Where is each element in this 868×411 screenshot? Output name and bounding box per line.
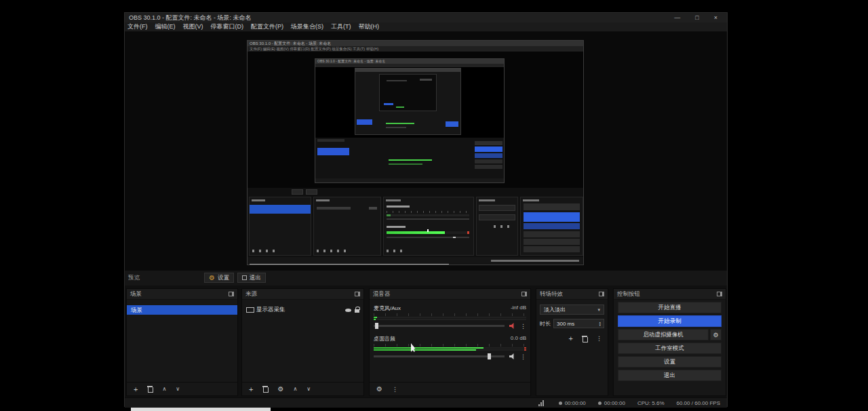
duration-label: 时长 <box>540 320 551 328</box>
mirror-artifact <box>446 121 458 127</box>
mirror-artifact <box>475 159 502 163</box>
mirror-artifact: OBS 30.1.0 - 配置文件: 未命名 - 场景: 未命名 <box>315 59 504 64</box>
add-source-icon[interactable] <box>249 385 253 393</box>
mixer-settings-gear-icon[interactable] <box>376 385 382 393</box>
source-properties-gear-icon[interactable] <box>277 385 283 393</box>
quick-exit-button[interactable]: 退出 <box>237 273 266 283</box>
mirror-l4-window <box>379 74 437 111</box>
channel-level: -inf dB <box>511 305 526 312</box>
slider-handle[interactable] <box>488 353 491 359</box>
add-scene-icon[interactable] <box>134 385 138 393</box>
mirror-l2-window: OBS 30.1.0 - 配置文件: 未命名 - 场景: 未命名 <box>315 58 505 183</box>
spinner-arrows-icon[interactable]: ▴▾ <box>599 321 601 326</box>
meter-fill <box>374 347 484 349</box>
mirror-artifact <box>387 237 469 238</box>
virtual-camera-gear-icon[interactable]: ⚙ <box>710 329 722 340</box>
dock-options-icon[interactable] <box>355 292 360 296</box>
sources-dock-header[interactable]: 来源 <box>242 289 363 300</box>
window-controls: — □ × <box>674 13 723 22</box>
remove-transition-icon[interactable] <box>582 336 587 342</box>
mirror-artifact <box>524 223 580 229</box>
volume-slider[interactable] <box>374 325 505 327</box>
mirror-artifact <box>292 189 303 195</box>
remove-scene-icon[interactable] <box>147 386 153 392</box>
move-source-up-icon[interactable] <box>293 386 297 392</box>
menu-help[interactable]: 帮助(H) <box>359 22 380 31</box>
volume-slider-row <box>374 323 526 329</box>
mirror-artifact <box>475 165 502 169</box>
menu-docks[interactable]: 停靠窗口(D) <box>211 22 244 31</box>
duration-spinner[interactable]: 300 ms ▴▾ <box>553 319 604 328</box>
lock-icon[interactable] <box>355 309 359 313</box>
mixer-dock-header[interactable]: 混音器 <box>370 289 530 300</box>
taskbar-peek[interactable] <box>131 408 271 411</box>
mirror-statusbar <box>248 257 583 264</box>
dock-options-icon[interactable] <box>599 292 604 296</box>
meter-fill <box>374 319 376 320</box>
quick-settings-button[interactable]: 设置 <box>204 273 234 283</box>
window-titlebar[interactable]: OBS 30.1.0 - 配置文件: 未命名 - 场景: 未命名 — □ × <box>125 13 727 22</box>
mirror-transitions-dock <box>476 197 518 256</box>
minimize-icon[interactable]: — <box>674 13 680 22</box>
remove-source-icon[interactable] <box>262 386 268 392</box>
mirror-controls-dock <box>520 197 583 256</box>
start-recording-button[interactable]: 开始录制 <box>618 315 722 327</box>
mirror-artifact <box>387 226 406 228</box>
transition-select[interactable]: 淡入淡出 ▾ <box>540 305 604 315</box>
scenes-dock-header[interactable]: 场景 <box>127 289 237 300</box>
mute-speaker-icon[interactable] <box>509 323 515 329</box>
mirror-artifact <box>524 239 580 245</box>
dock-options-icon[interactable] <box>229 292 234 296</box>
volume-slider[interactable] <box>374 355 505 357</box>
mixer-options-kebab-icon[interactable] <box>392 386 398 393</box>
stream-status-dot-icon <box>559 402 562 405</box>
menu-edit[interactable]: 编辑(E) <box>155 22 176 31</box>
gear-icon <box>209 274 215 281</box>
close-icon[interactable]: × <box>714 13 717 22</box>
add-transition-icon[interactable] <box>569 334 573 342</box>
mirror-artifact <box>523 199 539 201</box>
volume-meter <box>374 319 526 320</box>
transitions-dock-header[interactable]: 转场特效 <box>536 289 608 300</box>
mirror-artifact <box>317 139 344 142</box>
mirror-artifact <box>315 178 504 182</box>
mirror-artifact <box>494 225 514 228</box>
desktop-background: OBS 30.1.0 - 配置文件: 未命名 - 场景: 未命名 — □ × 文… <box>0 0 868 411</box>
slider-handle[interactable] <box>375 323 378 329</box>
menu-profile[interactable]: 配置文件(P) <box>251 22 283 31</box>
channel-options-kebab-icon[interactable] <box>520 353 526 360</box>
transitions-buttons <box>536 334 608 342</box>
dock-options-icon[interactable] <box>521 292 527 296</box>
preview-canvas[interactable]: OBS 30.1.0 - 配置文件: 未命名 - 场景: 未命名 文件(F) 编… <box>125 32 727 271</box>
menu-view[interactable]: 视图(V) <box>183 22 203 31</box>
move-scene-up-icon[interactable] <box>162 386 166 392</box>
mirror-artifact <box>467 231 469 234</box>
sources-dock-title: 来源 <box>245 290 257 298</box>
channel-options-kebab-icon[interactable] <box>520 323 526 330</box>
settings-button[interactable]: 设置 <box>618 356 722 368</box>
dock-options-icon[interactable] <box>717 292 722 296</box>
menu-file[interactable]: 文件(F) <box>127 22 148 31</box>
transition-options-kebab-icon[interactable] <box>596 335 602 342</box>
speaker-icon[interactable] <box>509 353 515 359</box>
mirror-artifact <box>316 199 330 201</box>
mirror-artifact <box>387 214 391 216</box>
exit-button[interactable]: 退出 <box>618 370 722 381</box>
mixer-channel-desktop: 桌面音频 0.0 dB <box>374 335 526 359</box>
menu-tools[interactable]: 工具(T) <box>331 22 351 31</box>
mirror-artifact <box>453 237 456 238</box>
scene-item-selected[interactable]: 场景 <box>127 305 237 315</box>
start-streaming-button[interactable]: 开始直播 <box>618 302 722 313</box>
source-item[interactable]: 显示器采集 <box>246 305 359 315</box>
move-source-down-icon[interactable] <box>307 386 311 392</box>
mirror-artifact <box>387 250 403 252</box>
visibility-eye-icon[interactable] <box>345 309 351 312</box>
move-scene-down-icon[interactable] <box>176 386 180 392</box>
start-virtual-camera-button[interactable]: 启动虚拟摄像机 <box>618 329 709 340</box>
mirror-artifact <box>479 214 515 220</box>
mirror-artifact <box>317 250 351 252</box>
menu-scene-collection[interactable]: 场景集合(S) <box>291 22 323 31</box>
maximize-icon[interactable]: □ <box>695 13 698 22</box>
studio-mode-button[interactable]: 工作室模式 <box>618 342 722 354</box>
controls-dock-header[interactable]: 控制按钮 <box>614 289 726 300</box>
